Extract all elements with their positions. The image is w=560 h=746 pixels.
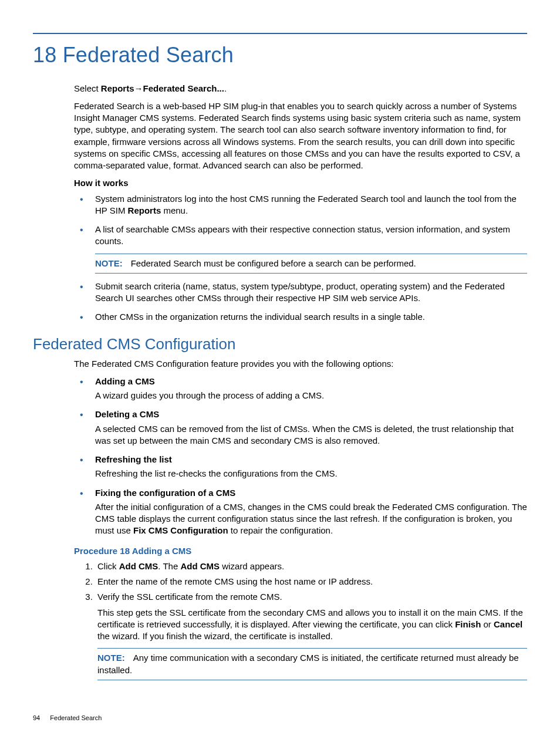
step3-b2: Cancel xyxy=(494,619,522,629)
fed-cms-block: The Federated CMS Configuration feature … xyxy=(74,358,527,680)
page-number: 94 xyxy=(33,714,40,721)
page-footer: 94 Federated Search xyxy=(33,714,102,723)
step3-text: Verify the SSL certificate from the remo… xyxy=(97,592,282,602)
list-item: Deleting a CMS A selected CMS can be rem… xyxy=(74,409,527,447)
procedure-step: Verify the SSL certificate from the remo… xyxy=(95,591,527,680)
option-text: A wizard guides you through the process … xyxy=(95,390,527,401)
chapter-title: 18 Federated Search xyxy=(33,41,527,70)
list-item: Submit search criteria (name, status, sy… xyxy=(74,281,527,305)
note-label: NOTE: xyxy=(95,258,123,268)
option-head: Refreshing the list xyxy=(95,454,527,465)
step1-mid: . The xyxy=(158,561,180,571)
note-label: NOTE: xyxy=(97,653,125,663)
how-it-works-list: System administrators log into the host … xyxy=(74,193,527,323)
note-text: Federated Search must be configured befo… xyxy=(131,258,416,268)
list-item: Other CMSs in the organization returns t… xyxy=(74,311,527,323)
footer-section: Federated Search xyxy=(50,714,102,721)
list-item: Adding a CMS A wizard guides you through… xyxy=(74,376,527,402)
item2-text: A list of searchable CMSs appears with t… xyxy=(95,224,510,246)
step3-extra: This step gets the SSL certificate from … xyxy=(97,607,527,643)
option-text: After the initial configuration of a CMS… xyxy=(95,501,527,537)
step3-post: the wizard. If you finish the wizard, th… xyxy=(97,631,333,641)
step1-pre: Click xyxy=(97,561,119,571)
nav-path: Select Reports→Federated Search.... xyxy=(74,83,527,94)
fix-bold: Fix CMS Configuration xyxy=(133,525,228,535)
step1-b1: Add CMS xyxy=(119,561,158,571)
step1-b2: Add CMS xyxy=(180,561,220,571)
list-item: Refreshing the list Refreshing the list … xyxy=(74,454,527,480)
option-head: Adding a CMS xyxy=(95,376,527,387)
intro-block: Select Reports→Federated Search.... Fede… xyxy=(74,83,527,323)
fed-cms-intro: The Federated CMS Configuration feature … xyxy=(74,358,527,370)
fed-cms-options: Adding a CMS A wizard guides you through… xyxy=(74,376,527,537)
chapter-name: Federated Search xyxy=(63,43,234,67)
option-text: A selected CMS can be removed from the l… xyxy=(95,423,527,447)
nav-arrow: → xyxy=(134,83,143,93)
intro-paragraph: Federated Search is a web-based HP SIM p… xyxy=(74,100,527,172)
step3-mid: or xyxy=(481,619,494,629)
nav-fedsearch: Federated Search... xyxy=(143,83,224,93)
how-it-works-heading: How it works xyxy=(74,177,527,189)
fix-post: to repair the configuration. xyxy=(228,525,333,535)
list-item: Fixing the configuration of a CMS After … xyxy=(74,487,527,537)
nav-reports: Reports xyxy=(101,83,134,93)
nav-prefix: Select xyxy=(74,83,101,93)
list-item: System administrators log into the host … xyxy=(74,193,527,217)
nav-suffix: . xyxy=(224,83,227,93)
option-head: Deleting a CMS xyxy=(95,409,527,420)
procedure-step: Enter the name of the remote CMS using t… xyxy=(95,576,527,588)
top-rule xyxy=(33,33,527,34)
procedure-list: Click Add CMS. The Add CMS wizard appear… xyxy=(74,561,527,680)
item4-text: Other CMSs in the organization returns t… xyxy=(95,312,425,322)
step1-post: wizard appears. xyxy=(220,561,284,571)
note-box: NOTE:Federated Search must be configured… xyxy=(95,254,527,274)
chapter-number: 18 xyxy=(33,43,56,67)
list-item: A list of searchable CMSs appears with t… xyxy=(74,224,527,274)
note-text: Any time communication with a secondary … xyxy=(97,653,519,674)
step2-text: Enter the name of the remote CMS using t… xyxy=(97,576,373,586)
option-text: Refreshing the list re-checks the config… xyxy=(95,468,527,480)
step3-b1: Finish xyxy=(455,619,481,629)
fed-cms-heading: Federated CMS Configuration xyxy=(33,334,527,355)
item1-bold: Reports xyxy=(128,205,161,215)
procedure-title: Procedure 18 Adding a CMS xyxy=(74,545,527,557)
item3-text: Submit search criteria (name, status, sy… xyxy=(95,281,505,303)
procedure-step: Click Add CMS. The Add CMS wizard appear… xyxy=(95,561,527,572)
item1-post: menu. xyxy=(161,205,188,215)
note-box: NOTE:Any time communication with a secon… xyxy=(97,648,527,680)
option-head: Fixing the configuration of a CMS xyxy=(95,487,527,499)
